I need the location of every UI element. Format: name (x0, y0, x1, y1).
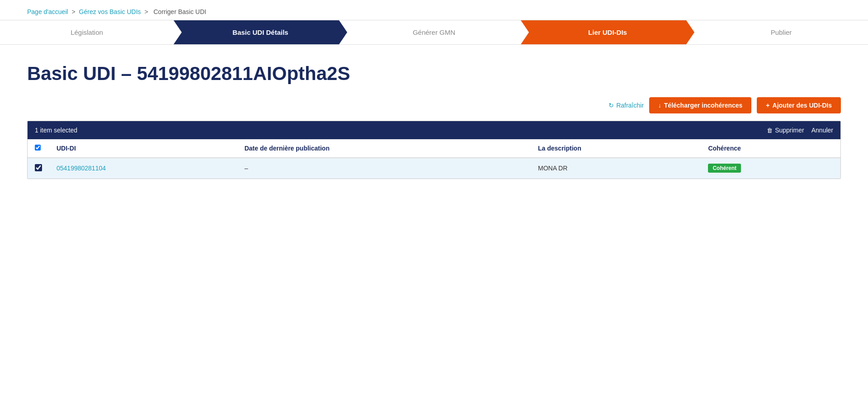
add-label: Ajouter des UDI-DIs (773, 102, 832, 109)
select-all-checkbox[interactable] (35, 145, 41, 151)
download-icon (658, 102, 661, 109)
main-content: Basic UDI – 54199802811AIOptha2S Rafraîc… (0, 58, 868, 193)
col-date: Date de dernière publication (237, 139, 531, 158)
table-header-actions: Supprimer Annuler (767, 127, 833, 134)
breadcrumb-home[interactable]: Page d'accueil (27, 8, 68, 15)
tab-generer-gmn[interactable]: Générer GMN (347, 20, 521, 44)
col-udi-di: UDI-DI (49, 139, 237, 158)
download-button[interactable]: Télécharger incohérences (649, 97, 752, 113)
download-label: Télécharger incohérences (664, 102, 743, 109)
table-selection-bar: 1 item selected Supprimer Annuler (28, 121, 840, 139)
add-udi-dis-button[interactable]: Ajouter des UDI-DIs (757, 97, 841, 113)
tab-publier[interactable]: Publier (694, 20, 868, 44)
tab-lier-udi-dis[interactable]: Lier UDI-DIs (521, 20, 694, 44)
row-coherence: Cohérent (701, 158, 840, 179)
delete-label: Supprimer (775, 127, 804, 134)
breadcrumb-current: Corriger Basic UDI (154, 8, 207, 15)
cancel-button[interactable]: Annuler (811, 127, 833, 134)
refresh-label: Rafraîchir (616, 102, 644, 109)
breadcrumb-step2[interactable]: Gérez vos Basic UDIs (79, 8, 141, 15)
col-description: La description (531, 139, 701, 158)
row-udi-di: 05419980281104 (49, 158, 237, 179)
row-checkbox-cell (28, 158, 49, 179)
row-description: MONA DR (531, 158, 701, 179)
refresh-button[interactable]: Rafraîchir (609, 102, 644, 109)
table-row: 05419980281104 – MONA DR Cohérent (28, 158, 840, 179)
col-checkbox (28, 139, 49, 158)
breadcrumb: Page d'accueil > Gérez vos Basic UDIs > … (0, 0, 868, 20)
page-title: Basic UDI – 54199802811AIOptha2S (27, 63, 841, 85)
tab-basic-udi-details[interactable]: Basic UDI Détails (174, 20, 347, 44)
breadcrumb-sep1: > (72, 8, 77, 15)
action-bar: Rafraîchir Télécharger incohérences Ajou… (27, 97, 841, 113)
col-coherence: Cohérence (701, 139, 840, 158)
plus-icon (766, 102, 769, 109)
refresh-icon (609, 102, 614, 109)
selected-count: 1 item selected (35, 127, 77, 134)
row-date: – (237, 158, 531, 179)
udi-di-link[interactable]: 05419980281104 (57, 165, 106, 172)
breadcrumb-sep2: > (144, 8, 150, 15)
tab-legislation[interactable]: Législation (0, 20, 174, 44)
table-header-row: UDI-DI Date de dernière publication La d… (28, 139, 840, 158)
udi-dis-table: UDI-DI Date de dernière publication La d… (28, 139, 840, 179)
udi-dis-table-container: 1 item selected Supprimer Annuler UDI-DI… (27, 121, 841, 179)
row-checkbox[interactable] (35, 164, 42, 171)
step-navigation: Législation Basic UDI Détails Générer GM… (0, 20, 868, 45)
coherence-badge: Cohérent (708, 164, 741, 173)
delete-button[interactable]: Supprimer (767, 127, 804, 134)
trash-icon (767, 127, 773, 134)
